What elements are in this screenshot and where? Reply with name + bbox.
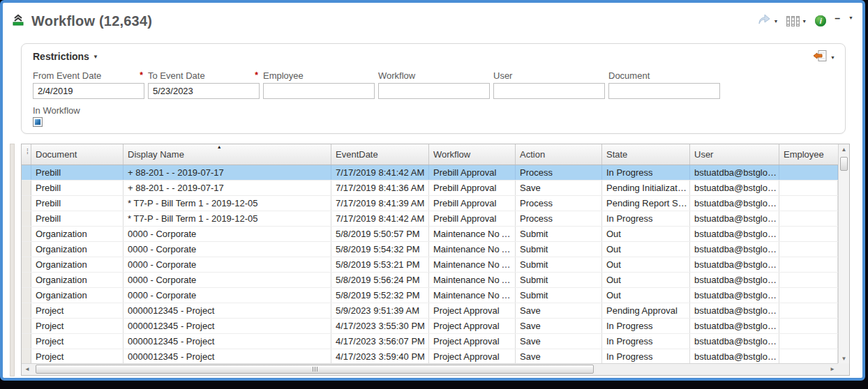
table-row[interactable]: Prebill+ 88-201 - - 2019-07-177/17/2019 … xyxy=(22,181,838,196)
column-header-action[interactable]: Action xyxy=(516,144,602,165)
column-header-state[interactable]: State xyxy=(602,144,690,165)
row-selector-cell[interactable] xyxy=(22,227,31,241)
row-selector-cell[interactable] xyxy=(22,334,31,349)
chevron-down-icon: ▼ xyxy=(830,55,835,60)
to-event-date-label: To Event Date xyxy=(148,70,205,83)
column-header-eventdate[interactable]: EventDate xyxy=(331,144,429,165)
cell-user: bstuatdba@bstglob... xyxy=(690,303,779,318)
table-row[interactable]: Organization0000 - Corporate5/8/2019 5:5… xyxy=(22,273,838,288)
column-header-user[interactable]: User xyxy=(690,144,779,165)
column-chooser-button[interactable]: ▼ xyxy=(784,15,809,28)
column-header-label: Document xyxy=(36,149,77,160)
cell-workflow: Project Approval xyxy=(429,303,516,318)
sort-ascending-icon: ▲ xyxy=(217,144,222,149)
scroll-up-icon[interactable]: ▲ xyxy=(839,146,849,153)
cell-workflow: Maintenance No Ap... xyxy=(429,227,516,241)
cell-display-name: * T7-P - Bill Term 1 - 2019-12-05 xyxy=(124,196,331,211)
cell-display-name: 0000012345 - Project xyxy=(124,349,331,364)
row-selector-cell[interactable] xyxy=(22,181,31,195)
table-row[interactable]: Prebill* T7-P - Bill Term 1 - 2019-12-05… xyxy=(22,211,838,227)
cell-employee xyxy=(779,181,838,195)
column-header-workflow[interactable]: Workflow xyxy=(429,144,516,165)
row-selector-cell[interactable] xyxy=(22,211,31,226)
table-row[interactable]: Organization0000 - Corporate5/8/2019 5:5… xyxy=(22,288,838,303)
scroll-down-icon[interactable]: ▼ xyxy=(839,356,849,362)
table-row[interactable]: Project0000012345 - Project4/17/2023 3:5… xyxy=(22,349,838,365)
cell-document: Organization xyxy=(31,227,124,241)
workflow-grid: ⁞DocumentDisplay Name▲EventDateWorkflowA… xyxy=(21,144,850,376)
table-row[interactable]: Project0000012345 - Project4/17/2023 3:5… xyxy=(22,334,838,349)
cell-user: bstuatdba@bstglob... xyxy=(690,257,779,272)
chevron-down-icon: ▼ xyxy=(773,19,778,24)
cell-document: Project xyxy=(31,334,124,349)
cell-eventdate: 5/8/2019 5:52:32 PM xyxy=(331,288,429,303)
field-to-event-date: To Event Date* xyxy=(148,70,260,99)
window-menu-button[interactable]: ▼ xyxy=(846,20,855,22)
workflow-input[interactable] xyxy=(378,83,490,99)
horizontal-scrollbar[interactable]: ◄ ► xyxy=(22,363,838,375)
row-selector-cell[interactable] xyxy=(22,196,31,211)
row-selector-cell[interactable] xyxy=(22,288,31,303)
cell-state: In Progress xyxy=(602,334,690,349)
column-header-label: EventDate xyxy=(336,149,378,160)
document-input[interactable] xyxy=(608,83,720,99)
columns-icon xyxy=(786,16,800,26)
vertical-scrollbar[interactable]: ▲ ▼ xyxy=(838,144,849,363)
cell-document: Project xyxy=(31,303,124,318)
cell-user: bstuatdba@bstglob... xyxy=(690,349,779,364)
table-row[interactable]: Project0000012345 - Project4/17/2023 3:5… xyxy=(22,319,838,334)
cell-document: Prebill xyxy=(31,181,124,195)
cell-display-name: + 88-201 - - 2019-07-17 xyxy=(124,165,331,180)
user-input[interactable] xyxy=(493,83,605,99)
scroll-right-icon[interactable]: ► xyxy=(830,366,835,372)
cell-eventdate: 7/17/2019 8:41:39 AM xyxy=(331,196,429,211)
cell-employee xyxy=(779,242,838,257)
column-header-label: State xyxy=(606,149,627,160)
vertical-scroll-thumb[interactable] xyxy=(840,157,848,171)
export-button[interactable]: ▼ xyxy=(813,49,835,65)
row-selector-cell[interactable] xyxy=(22,165,31,180)
cell-eventdate: 4/17/2023 3:55:30 PM xyxy=(331,319,429,333)
column-header-document[interactable]: Document xyxy=(31,144,124,165)
collapse-button[interactable]: – xyxy=(832,19,842,23)
scroll-left-icon[interactable]: ◄ xyxy=(24,366,30,372)
table-row[interactable]: Prebill* T7-P - Bill Term 1 - 2019-12-05… xyxy=(22,196,838,211)
row-selector-cell[interactable] xyxy=(22,273,31,287)
row-selector-cell[interactable] xyxy=(22,349,31,364)
in-workflow-checkbox[interactable] xyxy=(33,117,43,127)
table-row[interactable]: Organization0000 - Corporate5/8/2019 5:5… xyxy=(22,227,838,242)
row-selector-cell[interactable] xyxy=(22,319,31,333)
column-header-label: User xyxy=(694,149,713,160)
cell-action: Save xyxy=(516,334,602,349)
info-button[interactable]: i xyxy=(813,14,828,28)
table-row[interactable]: Project0000012345 - Project5/9/2023 9:51… xyxy=(22,303,838,319)
row-selector-cell[interactable] xyxy=(22,242,31,257)
left-splitter[interactable] xyxy=(10,144,15,376)
workflow-window: Workflow (12,634) ▼ ▼ i – ▼ xyxy=(0,0,865,381)
cell-user: bstuatdba@bstglob... xyxy=(690,196,779,211)
info-icon: i xyxy=(815,15,826,26)
table-row[interactable]: Organization0000 - Corporate5/8/2019 5:5… xyxy=(22,257,838,273)
table-row[interactable]: Prebill+ 88-201 - - 2019-07-177/17/2019 … xyxy=(22,165,838,181)
row-selector-cell[interactable] xyxy=(22,257,31,272)
cell-state: Out xyxy=(602,227,690,241)
required-marker-icon: * xyxy=(255,70,258,83)
cell-display-name: 0000012345 - Project xyxy=(124,334,331,349)
from-event-date-input[interactable] xyxy=(33,83,144,99)
row-selector-cell[interactable] xyxy=(22,303,31,318)
employee-input[interactable] xyxy=(263,83,375,99)
cell-display-name: 0000012345 - Project xyxy=(124,303,331,318)
user-label: User xyxy=(493,70,512,83)
table-row[interactable]: Organization0000 - Corporate5/8/2019 5:5… xyxy=(22,242,838,257)
cell-workflow: Prebill Approval xyxy=(429,196,516,211)
cell-workflow: Project Approval xyxy=(429,319,516,333)
share-button[interactable]: ▼ xyxy=(755,13,780,29)
column-header-display-name[interactable]: Display Name▲ xyxy=(124,144,331,165)
to-event-date-input[interactable] xyxy=(148,83,260,99)
from-event-date-label: From Event Date xyxy=(33,70,101,83)
cell-user: bstuatdba@bstglob... xyxy=(690,273,779,287)
cell-eventdate: 5/9/2023 9:51:39 AM xyxy=(331,303,429,318)
horizontal-scroll-thumb[interactable] xyxy=(36,365,594,374)
cell-action: Process xyxy=(516,196,602,211)
restrictions-header[interactable]: Restrictions ▼ xyxy=(33,51,98,62)
